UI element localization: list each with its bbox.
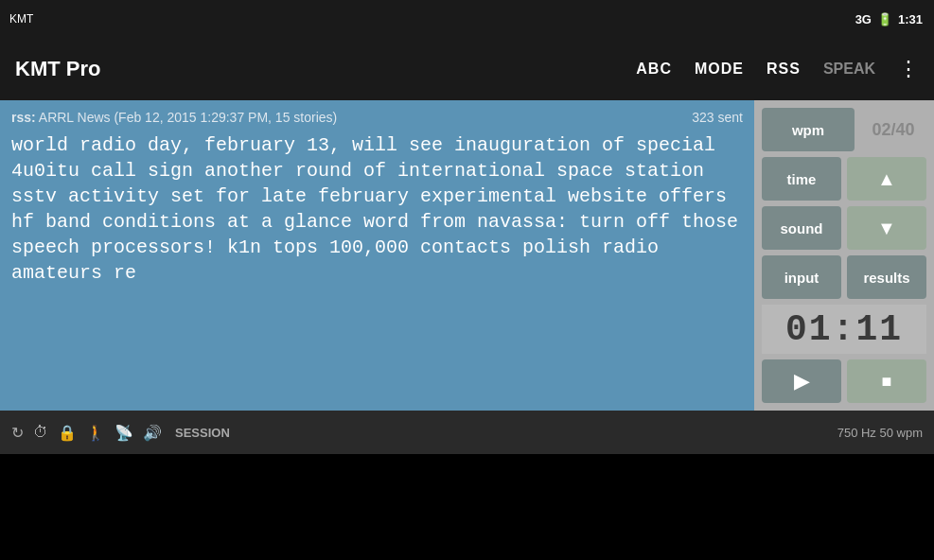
session-label: SESSION (175, 426, 230, 440)
time-button[interactable]: time (762, 157, 841, 201)
sound-button[interactable]: sound (762, 206, 841, 250)
main-content: rss: ARRL News (Feb 12, 2015 1:29:37 PM,… (0, 100, 934, 411)
refresh-icon[interactable]: ↻ (11, 424, 24, 442)
news-text: world radio day, february 13, will see i… (11, 132, 743, 286)
right-panel: wpm 02/40 time ▲ sound ▼ input results 0… (754, 100, 934, 411)
battery-icon: 🔋 (877, 12, 892, 26)
sound-row: sound ▼ (762, 206, 926, 250)
clock-icon[interactable]: ⏱ (33, 424, 48, 441)
time-row: time ▲ (762, 157, 926, 201)
person-icon[interactable]: 🚶 (86, 424, 105, 442)
rss-info: rss: ARRL News (Feb 12, 2015 1:29:37 PM,… (11, 110, 337, 125)
status-bar: KMT 3G 🔋 1:31 (0, 0, 934, 38)
timer-display: 01:11 (762, 305, 926, 354)
input-results-row: input results (762, 255, 926, 299)
results-button[interactable]: results (847, 255, 926, 299)
freq-info: 750 Hz 50 wpm (837, 426, 923, 440)
sound-down-button[interactable]: ▼ (847, 206, 926, 250)
status-icons: 3G 🔋 1:31 (855, 12, 923, 26)
rss-button[interactable]: RSS (767, 61, 801, 78)
app-name-status: KMT (9, 12, 33, 26)
rss-header: rss: ARRL News (Feb 12, 2015 1:29:37 PM,… (11, 110, 743, 125)
bottom-bar: ↻ ⏱ 🔒 🚶 📡 🔊 SESSION 750 Hz 50 wpm (0, 411, 934, 454)
text-panel: rss: ARRL News (Feb 12, 2015 1:29:37 PM,… (0, 100, 754, 411)
rss-source: ARRL News (Feb 12, 2015 1:29:37 PM, 15 s… (39, 110, 337, 125)
lock-icon[interactable]: 🔒 (58, 424, 77, 442)
wpm-button[interactable]: wpm (762, 108, 855, 151)
wpm-row: wpm 02/40 (762, 108, 926, 151)
app-bar: KMT Pro ABC MODE RSS SPEAK ⋮ (0, 38, 934, 100)
app-title: KMT Pro (15, 57, 617, 81)
more-options-button[interactable]: ⋮ (898, 57, 919, 81)
speaker-icon[interactable]: 🔊 (143, 424, 162, 442)
speak-button[interactable]: SPEAK (823, 61, 875, 78)
antenna-icon[interactable]: 📡 (115, 424, 133, 442)
sent-count: 323 sent (692, 110, 743, 125)
network-icon: 3G (855, 12, 872, 26)
stop-button[interactable]: ■ (847, 359, 926, 403)
mode-button[interactable]: MODE (695, 61, 744, 78)
input-button[interactable]: input (762, 255, 841, 299)
time-display: 1:31 (898, 12, 923, 26)
app-bar-actions: ABC MODE RSS SPEAK ⋮ (636, 57, 919, 81)
playback-row: ▶ ■ (762, 359, 926, 403)
play-button[interactable]: ▶ (762, 359, 841, 403)
abc-button[interactable]: ABC (636, 61, 672, 78)
time-up-button[interactable]: ▲ (847, 157, 926, 201)
wpm-value: 02/40 (860, 120, 926, 140)
rss-label: rss: (11, 110, 36, 125)
